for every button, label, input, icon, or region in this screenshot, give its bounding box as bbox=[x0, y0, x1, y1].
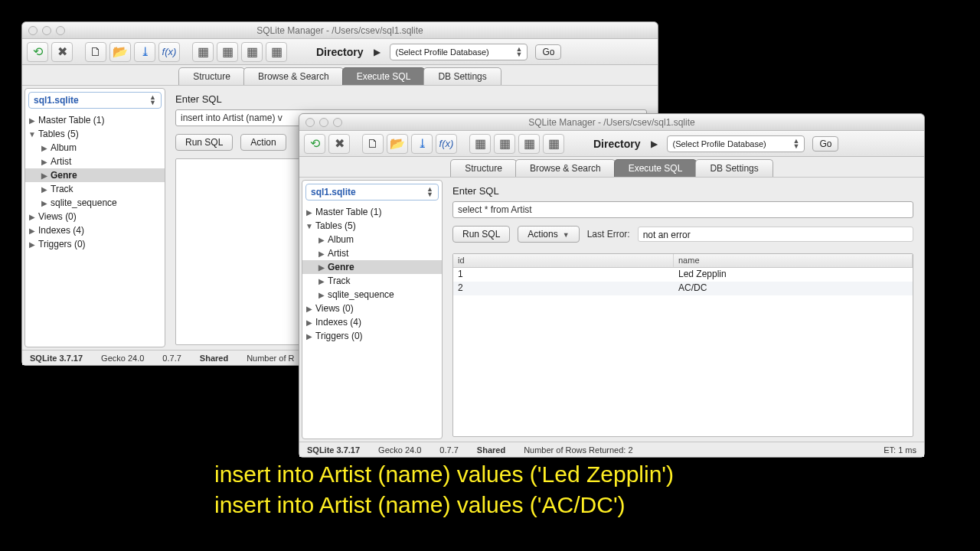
new-file-button[interactable]: 🗋 bbox=[85, 42, 106, 62]
run-sql-button[interactable]: Run SQL bbox=[175, 134, 233, 151]
tree-artist[interactable]: ▶Artist bbox=[25, 155, 165, 168]
sidebar: sql1.sqlite ▲▼ ▶Master Table (1) ▼Tables… bbox=[302, 180, 443, 439]
status-version: 0.7.7 bbox=[439, 445, 458, 455]
table-add-button[interactable]: ▦ bbox=[241, 42, 263, 62]
tree-album[interactable]: ▶Album bbox=[302, 233, 442, 246]
tree-sqlite-sequence[interactable]: ▶sqlite_sequence bbox=[25, 196, 165, 210]
table-row[interactable]: 2 AC/DC bbox=[453, 282, 913, 295]
zoom-icon[interactable] bbox=[56, 26, 65, 35]
window-title: SQLite Manager - /Users/csev/sql1.sqlite bbox=[22, 25, 658, 36]
refresh-button[interactable]: ⟲ bbox=[27, 42, 48, 62]
tree-album[interactable]: ▶Album bbox=[25, 141, 165, 155]
play-icon[interactable]: ▶ bbox=[651, 139, 658, 149]
directory-label: Directory bbox=[316, 46, 363, 58]
chevron-updown-icon: ▲▼ bbox=[793, 139, 800, 149]
table-row[interactable]: 1 Led Zepplin bbox=[453, 268, 913, 282]
database-select-value: sql1.sqlite bbox=[34, 95, 79, 106]
settings-button[interactable]: ✖ bbox=[51, 42, 73, 62]
col-name[interactable]: name bbox=[674, 254, 913, 267]
settings-button[interactable]: ✖ bbox=[328, 134, 350, 154]
tree-genre[interactable]: ▶Genre bbox=[25, 168, 165, 182]
minimize-icon[interactable] bbox=[319, 118, 328, 127]
fx-button[interactable]: f(x) bbox=[436, 134, 457, 154]
tree-views[interactable]: ▶Views (0) bbox=[302, 302, 442, 315]
titlebar[interactable]: SQLite Manager - /Users/csev/sql1.sqlite bbox=[299, 114, 924, 131]
status-shared: Shared bbox=[477, 445, 505, 455]
go-button[interactable]: Go bbox=[535, 44, 561, 60]
tree-triggers[interactable]: ▶Triggers (0) bbox=[302, 329, 442, 343]
table-delete-button[interactable]: ▦ bbox=[217, 42, 238, 62]
tab-execute-sql[interactable]: Execute SQL bbox=[614, 159, 697, 177]
zoom-icon[interactable] bbox=[333, 118, 342, 127]
import-button[interactable]: ⤓ bbox=[411, 134, 433, 154]
tree-artist[interactable]: ▶Artist bbox=[302, 246, 442, 260]
statusbar: SQLite 3.7.17 Gecko 24.0 0.7.7 Shared Nu… bbox=[299, 442, 924, 457]
close-icon[interactable] bbox=[28, 26, 38, 35]
actions-button[interactable]: Actions▼ bbox=[518, 226, 579, 243]
titlebar[interactable]: SQLite Manager - /Users/csev/sql1.sqlite bbox=[22, 22, 658, 39]
caption-line-1: insert into Artist (name) values ('Led Z… bbox=[214, 459, 674, 490]
status-rows: Number of R bbox=[247, 354, 294, 363]
database-select-value: sql1.sqlite bbox=[311, 187, 356, 197]
results-table[interactable]: id name 1 Led Zepplin 2 AC/DC bbox=[452, 253, 913, 437]
sql-input[interactable]: select * from Artist bbox=[452, 201, 913, 218]
chevron-updown-icon: ▲▼ bbox=[516, 47, 523, 57]
close-icon[interactable] bbox=[305, 118, 315, 127]
table-button[interactable]: ▦ bbox=[192, 42, 214, 62]
window-title: SQLite Manager - /Users/csev/sql1.sqlite bbox=[299, 117, 924, 128]
tree-views[interactable]: ▶Views (0) bbox=[25, 210, 165, 223]
tree-master[interactable]: ▶Master Table (1) bbox=[302, 205, 442, 219]
last-error-label: Last Error: bbox=[587, 229, 630, 240]
sidebar: sql1.sqlite ▲▼ ▶Master Table (1) ▼Tables… bbox=[24, 88, 165, 347]
tree-triggers[interactable]: ▶Triggers (0) bbox=[25, 237, 165, 251]
enter-sql-label: Enter SQL bbox=[452, 185, 913, 197]
open-file-button[interactable]: 📂 bbox=[109, 42, 131, 62]
actions-button[interactable]: Action bbox=[240, 134, 286, 151]
tab-db-settings[interactable]: DB Settings bbox=[423, 67, 501, 85]
tab-browse[interactable]: Browse & Search bbox=[515, 159, 616, 177]
window-sqlitemanager-2: SQLite Manager - /Users/csev/sql1.sqlite… bbox=[299, 113, 925, 458]
tree: ▶Master Table (1) ▼Tables (5) ▶Album ▶Ar… bbox=[25, 112, 165, 347]
tab-structure[interactable]: Structure bbox=[178, 67, 245, 85]
tree-indexes[interactable]: ▶Indexes (4) bbox=[302, 315, 442, 329]
caption-line-2: insert into Artist (name) values ('AC/DC… bbox=[214, 490, 674, 520]
status-gecko: Gecko 24.0 bbox=[101, 354, 144, 363]
cell-id: 2 bbox=[453, 282, 674, 295]
tabbar: Structure Browse & Search Execute SQL DB… bbox=[299, 157, 924, 177]
main-panel: Enter SQL select * from Artist Run SQL A… bbox=[445, 178, 924, 442]
tree-master[interactable]: ▶Master Table (1) bbox=[25, 113, 165, 127]
table-remove-button[interactable]: ▦ bbox=[543, 134, 564, 154]
enter-sql-label: Enter SQL bbox=[175, 93, 647, 105]
tabbar: Structure Browse & Search Execute SQL DB… bbox=[22, 65, 658, 85]
play-icon[interactable]: ▶ bbox=[374, 47, 381, 57]
tab-db-settings[interactable]: DB Settings bbox=[695, 159, 773, 177]
tree-genre[interactable]: ▶Genre bbox=[302, 260, 442, 274]
profile-select[interactable]: (Select Profile Database) ▲▼ bbox=[390, 44, 528, 60]
tree-track[interactable]: ▶Track bbox=[25, 182, 165, 196]
tab-structure[interactable]: Structure bbox=[450, 159, 517, 177]
table-button[interactable]: ▦ bbox=[469, 134, 491, 154]
run-sql-button[interactable]: Run SQL bbox=[452, 226, 510, 243]
fx-button[interactable]: f(x) bbox=[158, 42, 180, 62]
database-select[interactable]: sql1.sqlite ▲▼ bbox=[305, 184, 439, 201]
tree-indexes[interactable]: ▶Indexes (4) bbox=[25, 223, 165, 237]
tab-browse[interactable]: Browse & Search bbox=[243, 67, 344, 85]
minimize-icon[interactable] bbox=[42, 26, 51, 35]
tree-track[interactable]: ▶Track bbox=[302, 274, 442, 288]
tree-tables[interactable]: ▼Tables (5) bbox=[302, 219, 442, 233]
cell-name: AC/DC bbox=[674, 282, 913, 295]
col-id[interactable]: id bbox=[453, 254, 674, 267]
table-delete-button[interactable]: ▦ bbox=[494, 134, 515, 154]
refresh-button[interactable]: ⟲ bbox=[304, 134, 325, 154]
import-button[interactable]: ⤓ bbox=[134, 42, 155, 62]
open-file-button[interactable]: 📂 bbox=[387, 134, 408, 154]
tab-execute-sql[interactable]: Execute SQL bbox=[342, 67, 426, 85]
new-file-button[interactable]: 🗋 bbox=[362, 134, 384, 154]
table-add-button[interactable]: ▦ bbox=[518, 134, 540, 154]
table-remove-button[interactable]: ▦ bbox=[266, 42, 287, 62]
database-select[interactable]: sql1.sqlite ▲▼ bbox=[28, 92, 162, 109]
profile-select[interactable]: (Select Profile Database) ▲▼ bbox=[667, 135, 805, 152]
tree-tables[interactable]: ▼Tables (5) bbox=[25, 127, 165, 141]
tree-sqlite-sequence[interactable]: ▶sqlite_sequence bbox=[302, 288, 442, 302]
go-button[interactable]: Go bbox=[812, 136, 838, 152]
